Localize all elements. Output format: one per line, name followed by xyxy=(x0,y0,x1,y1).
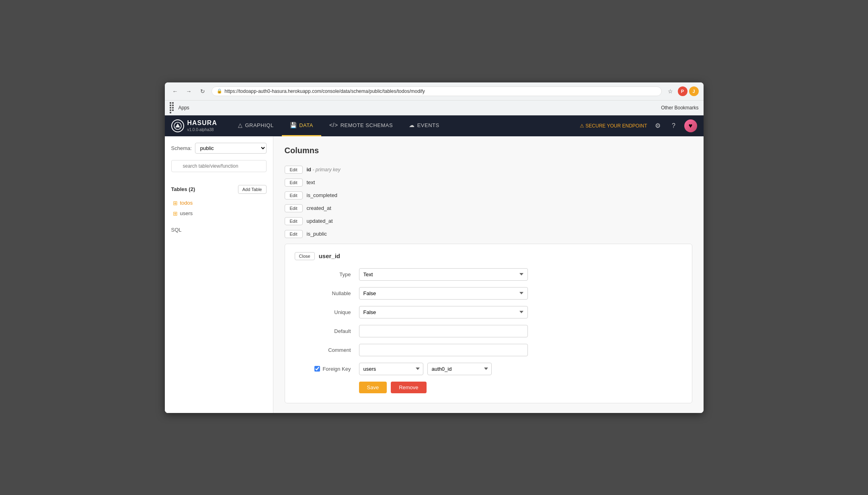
tab-remote-schemas[interactable]: </> REMOTE SCHEMAS xyxy=(321,115,401,136)
column-row-updated-at: Edit updated_at xyxy=(285,215,692,228)
apps-grid-icon xyxy=(170,102,175,113)
tab-events-label: EVENTS xyxy=(417,122,439,128)
settings-button[interactable]: ⚙ xyxy=(652,120,663,131)
url-text: https://todoapp-auth0-hasura.herokuapp.c… xyxy=(225,88,425,94)
tab-data[interactable]: 💾 DATA xyxy=(282,115,321,136)
table-grid-icon-users: ⊞ xyxy=(173,210,178,217)
hasura-logo-icon xyxy=(171,119,184,132)
edit-button-text[interactable]: Edit xyxy=(285,179,303,187)
bookmark-star-button[interactable]: ☆ xyxy=(665,86,676,97)
apps-label[interactable]: Apps xyxy=(179,105,189,111)
tab-data-label: DATA xyxy=(299,122,313,128)
default-input[interactable] xyxy=(359,325,528,337)
col-name-created-at: created_at xyxy=(307,205,331,211)
unique-row: Unique False True xyxy=(295,306,682,318)
events-icon: ☁ xyxy=(409,122,415,128)
schema-label: Schema: xyxy=(171,145,192,151)
foreign-key-checkbox[interactable] xyxy=(314,366,320,372)
secure-endpoint-link[interactable]: ⚠ SECURE YOUR ENDPOINT xyxy=(580,123,647,129)
svg-marker-1 xyxy=(175,123,180,127)
col-name-updated-at: updated_at xyxy=(307,218,333,224)
fk-column-select[interactable]: auth0_id id name xyxy=(427,363,492,375)
address-bar[interactable]: 🔒 https://todoapp-auth0-hasura.herokuapp… xyxy=(211,86,662,96)
forward-button[interactable]: → xyxy=(183,86,195,97)
close-button[interactable]: Close xyxy=(295,252,315,260)
action-buttons: Save Remove xyxy=(295,382,682,393)
help-button[interactable]: ? xyxy=(668,120,679,131)
content-area: Columns Edit id - primary key Edit text … xyxy=(273,136,704,413)
sidebar-item-users[interactable]: ⊞ users xyxy=(171,208,267,219)
back-button[interactable]: ← xyxy=(170,86,181,97)
col-name-id: id - primary key xyxy=(307,166,341,173)
fk-selects: users todos auth0_id id name xyxy=(359,363,492,375)
nullable-select[interactable]: False True xyxy=(359,287,528,300)
column-row-text: Edit text xyxy=(285,176,692,189)
profile-p-avatar[interactable]: P xyxy=(678,86,687,96)
edit-button-id[interactable]: Edit xyxy=(285,166,303,174)
edit-panel-col-name: user_id xyxy=(319,253,340,259)
hasura-brand-info: HASURA v1.0.0-alpha38 xyxy=(187,119,217,132)
search-wrapper: 🔍 xyxy=(171,160,267,179)
data-icon: 💾 xyxy=(290,122,297,128)
columns-title: Columns xyxy=(285,146,692,155)
browser-window: ← → ↻ 🔒 https://todoapp-auth0-hasura.her… xyxy=(165,82,704,413)
nullable-row: Nullable False True xyxy=(295,287,682,300)
sql-link[interactable]: SQL xyxy=(171,227,267,233)
col-name-text: text xyxy=(307,179,315,185)
col-name-is-public: is_public xyxy=(307,231,327,237)
tab-graphiql[interactable]: △ GRAPHIQL xyxy=(230,115,282,136)
type-select[interactable]: Text Integer Boolean UUID Timestamp xyxy=(359,268,528,281)
default-label: Default xyxy=(295,328,359,334)
table-name-todos: todos xyxy=(180,200,193,206)
schema-select[interactable]: public xyxy=(195,143,267,154)
sidebar-item-todos[interactable]: ⊞ todos xyxy=(171,198,267,208)
column-row-created-at: Edit created_at xyxy=(285,202,692,215)
lock-icon: 🔒 xyxy=(217,88,222,94)
unique-label: Unique xyxy=(295,309,359,315)
version-label: v1.0.0-alpha38 xyxy=(187,127,217,132)
hasura-logo: HASURA v1.0.0-alpha38 xyxy=(171,119,217,132)
remove-button[interactable]: Remove xyxy=(391,382,426,393)
nav-right: ⚠ SECURE YOUR ENDPOINT ⚙ ? ♥ xyxy=(580,119,697,132)
edit-button-is-public[interactable]: Edit xyxy=(285,230,303,238)
edit-button-created-at[interactable]: Edit xyxy=(285,204,303,212)
foreign-key-row: Foreign Key users todos auth0_id id name xyxy=(295,363,682,375)
type-row: Type Text Integer Boolean UUID Timestamp xyxy=(295,268,682,281)
table-grid-icon-todos: ⊞ xyxy=(173,200,178,206)
nav-tabs: △ GRAPHIQL 💾 DATA </> REMOTE SCHEMAS ☁ E… xyxy=(230,115,580,136)
tab-events[interactable]: ☁ EVENTS xyxy=(401,115,447,136)
fk-label-area: Foreign Key xyxy=(295,366,359,372)
save-button[interactable]: Save xyxy=(359,382,387,393)
top-nav: HASURA v1.0.0-alpha38 △ GRAPHIQL 💾 DATA … xyxy=(165,115,704,136)
table-list: ⊞ todos ⊞ users xyxy=(171,198,267,219)
tables-header: Tables (2) Add Table xyxy=(171,185,267,194)
browser-actions: ☆ P J xyxy=(665,86,699,97)
foreign-key-label: Foreign Key xyxy=(322,366,351,372)
add-table-button[interactable]: Add Table xyxy=(238,185,267,194)
refresh-button[interactable]: ↻ xyxy=(197,86,208,97)
remote-schemas-icon: </> xyxy=(329,122,338,128)
fk-table-select[interactable]: users todos xyxy=(359,363,423,375)
type-label: Type xyxy=(295,271,359,277)
comment-input[interactable] xyxy=(359,344,528,356)
main-content: Schema: public 🔍 Tables (2) Add Table ⊞ xyxy=(165,136,704,413)
brand-name: HASURA xyxy=(187,119,217,127)
edit-button-updated-at[interactable]: Edit xyxy=(285,217,303,225)
edit-panel-user-id: Close user_id Type Text Integer Boolean … xyxy=(285,244,692,403)
tab-graphiql-label: GRAPHIQL xyxy=(245,122,273,128)
default-row: Default xyxy=(295,325,682,337)
column-row-id: Edit id - primary key xyxy=(285,163,692,176)
unique-select[interactable]: False True xyxy=(359,306,528,318)
edit-panel-header: Close user_id xyxy=(295,252,682,260)
profile-y-avatar[interactable]: J xyxy=(689,86,699,96)
tables-title: Tables (2) xyxy=(171,186,195,192)
bookmarks-bar: Apps Other Bookmarks xyxy=(165,101,704,115)
edit-button-is-completed[interactable]: Edit xyxy=(285,191,303,199)
table-name-users: users xyxy=(180,210,193,216)
comment-row: Comment xyxy=(295,344,682,356)
search-input[interactable] xyxy=(171,160,267,172)
tab-remote-schemas-label: REMOTE SCHEMAS xyxy=(341,122,393,128)
browser-chrome: ← → ↻ 🔒 https://todoapp-auth0-hasura.her… xyxy=(165,82,704,101)
other-bookmarks-label[interactable]: Other Bookmarks xyxy=(661,105,698,111)
graphiql-icon: △ xyxy=(238,122,243,128)
